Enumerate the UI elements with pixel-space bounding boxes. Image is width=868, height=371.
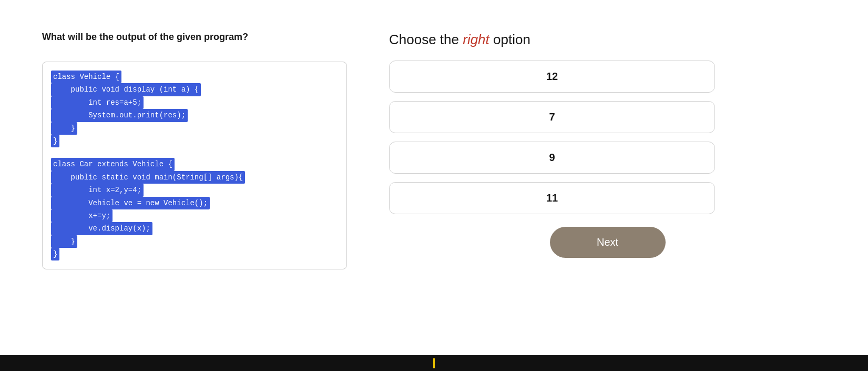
bottom-indicator <box>433 358 435 368</box>
code-text-8: public static void main(String[] args){ <box>51 171 245 184</box>
code-line-12: ve.display(x); <box>51 222 338 235</box>
code-gap <box>51 147 338 158</box>
code-text-7: class Car extends Vehicle { <box>51 158 175 171</box>
code-line-2: public void display (int a) { <box>51 83 338 96</box>
code-text-9: int x=2,y=4; <box>51 184 144 196</box>
code-text-6: } <box>51 135 59 147</box>
code-line-10: Vehicle ve = new Vehicle(); <box>51 197 338 209</box>
code-line-3: int res=a+5; <box>51 96 338 109</box>
code-line-14: } <box>51 248 338 260</box>
title-prefix: Choose the <box>389 32 463 47</box>
bottom-bar <box>0 355 868 371</box>
code-text-12: ve.display(x); <box>51 222 152 235</box>
title-highlight: right <box>463 32 489 47</box>
code-line-1: class Vehicle { <box>51 71 338 83</box>
option-11[interactable]: 11 <box>389 182 715 214</box>
code-block: class Vehicle { public void display (int… <box>42 62 347 269</box>
code-line-9: int x=2,y=4; <box>51 184 338 196</box>
code-line-11: x+=y; <box>51 209 338 222</box>
option-12[interactable]: 12 <box>389 61 715 93</box>
code-line-13: } <box>51 235 338 248</box>
code-text-13: } <box>51 235 77 248</box>
code-line-6: } <box>51 135 338 147</box>
code-line-5: } <box>51 122 338 135</box>
code-line-7: class Car extends Vehicle { <box>51 158 338 171</box>
option-9[interactable]: 9 <box>389 142 715 174</box>
code-text-14: } <box>51 248 59 260</box>
code-text-4: System.out.print(res); <box>51 109 188 122</box>
right-panel: Choose the right option 12 7 9 11 Next <box>389 32 826 258</box>
code-text-3: int res=a+5; <box>51 96 144 109</box>
option-7[interactable]: 7 <box>389 101 715 133</box>
code-text-10: Vehicle ve = new Vehicle(); <box>51 197 210 209</box>
code-text-1: class Vehicle { <box>51 71 121 83</box>
code-line-8: public static void main(String[] args){ <box>51 171 338 184</box>
title-suffix: option <box>489 32 530 47</box>
code-text-11: x+=y; <box>51 209 113 222</box>
code-line-4: System.out.print(res); <box>51 109 338 122</box>
code-text-2: public void display (int a) { <box>51 83 201 96</box>
main-content: What will be the output of the given pro… <box>0 0 868 355</box>
next-button[interactable]: Next <box>550 227 666 258</box>
choose-title: Choose the right option <box>389 32 826 48</box>
question-text: What will be the output of the given pro… <box>42 32 347 43</box>
left-panel: What will be the output of the given pro… <box>42 32 347 269</box>
code-text-5: } <box>51 122 77 135</box>
